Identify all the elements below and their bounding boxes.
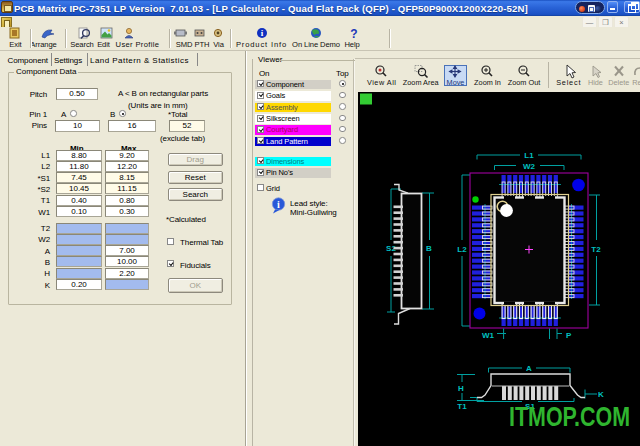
svg-text:H: H: [458, 384, 464, 393]
svg-text:A: A: [526, 364, 532, 373]
svg-text:K: K: [598, 390, 604, 399]
svg-text:L2: L2: [457, 245, 467, 254]
svg-text:i: i: [277, 199, 280, 210]
svg-text:?: ?: [350, 27, 357, 40]
svg-text:B: B: [426, 244, 432, 253]
svg-text:T1: T1: [457, 402, 467, 411]
svg-text:P: P: [566, 331, 572, 340]
svg-text:L1: L1: [524, 151, 534, 160]
svg-text:W2: W2: [523, 162, 536, 171]
svg-text:T2: T2: [591, 245, 601, 254]
svg-text:W1: W1: [482, 331, 495, 340]
svg-text:ITMOP.COM: ITMOP.COM: [509, 402, 630, 432]
